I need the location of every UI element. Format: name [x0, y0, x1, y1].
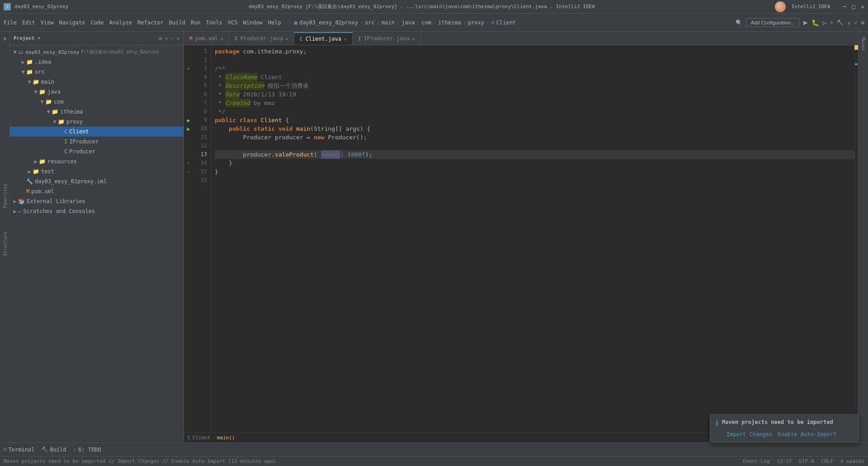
gutter-line-14: ▿	[184, 159, 193, 167]
minimize-button[interactable]: ─	[843, 3, 847, 10]
fold-icon-14[interactable]: ▿	[187, 161, 190, 166]
maven-tab[interactable]: Maven	[860, 33, 867, 54]
menu-code[interactable]: Code	[91, 19, 104, 26]
menu-analyze[interactable]: Analyze	[109, 19, 132, 26]
menu-file[interactable]: File	[4, 19, 17, 26]
close-button[interactable]: ✕	[861, 3, 864, 10]
tree-item-producer[interactable]: C Producer	[10, 147, 184, 157]
tree-label-producer: Producer	[69, 148, 95, 155]
menu-edit[interactable]: Edit	[22, 19, 35, 26]
indent-indicator[interactable]: 4 spaces	[840, 458, 864, 464]
tree-item-com[interactable]: ▼ 📁 com	[10, 97, 184, 107]
maximize-button[interactable]: □	[852, 3, 855, 10]
enable-auto-import-link[interactable]: Enable Auto-Import	[778, 431, 836, 437]
panel-scroll-icon[interactable]: ⌖	[165, 35, 168, 42]
run-button[interactable]: ▶	[803, 18, 808, 27]
tree-item-main[interactable]: ▼ 📁 main	[10, 77, 184, 87]
tree-item-src[interactable]: ▼ 📁 src	[10, 67, 184, 77]
event-log-button[interactable]: Event Log	[743, 458, 770, 464]
tab-close-client[interactable]: ✕	[344, 37, 347, 42]
gutter-line-13	[184, 150, 193, 159]
line-numbers: 1 2 3 4 5 6 7 8 9 10 11 12 13 14 15 16	[193, 45, 211, 433]
tab-pom-xml[interactable]: M pom.xml ✕	[184, 32, 229, 45]
tree-item-java[interactable]: ▼ 📁 java	[10, 87, 184, 97]
tab-iproducer-java[interactable]: I IProducer.java ✕	[353, 32, 421, 45]
tree-item-iproducer[interactable]: I IProducer	[10, 137, 184, 147]
tab-close-iproducer[interactable]: ✕	[412, 36, 415, 41]
tree-item-pom[interactable]: M pom.xml	[10, 186, 184, 196]
code-line-1: package com.itheima.proxy;	[215, 47, 854, 56]
notif-actions: Import Changes Enable Auto-Import	[716, 431, 853, 437]
tree-label-com: com	[54, 99, 64, 105]
tab-producer-java[interactable]: C Producer.java ✕	[229, 32, 294, 45]
import-changes-link[interactable]: Import Changes	[726, 431, 772, 437]
tree-label-proxy: proxy	[66, 119, 83, 125]
ln-14: 14	[193, 159, 207, 167]
panel-settings-icon[interactable]: ⚙	[159, 35, 162, 42]
menu-navigate[interactable]: Navigate	[59, 19, 85, 26]
tree-item-resources[interactable]: ▶ 📁 resources	[10, 157, 184, 166]
tree-item-root[interactable]: ▼ 🗂 day03_eesy_02proxy F:\项目集合\day03_ees…	[10, 47, 184, 57]
debug-button[interactable]: 🐛	[811, 19, 819, 26]
coverage-button[interactable]: ▷	[823, 19, 826, 26]
panel-collapse-icon[interactable]: –	[171, 35, 174, 42]
tree-item-external[interactable]: ▶ 📚 External Libraries	[10, 196, 184, 206]
ln-6: 6	[193, 90, 207, 99]
project-tree: ▼ 🗂 day03_eesy_02proxy F:\项目集合\day03_ees…	[10, 45, 184, 442]
menu-run[interactable]: Run	[191, 19, 201, 26]
menu-tools[interactable]: Tools	[206, 19, 222, 26]
add-configuration-button[interactable]: Add Configuration...	[746, 18, 800, 27]
tree-item-idea[interactable]: ▶ 📁 .idea	[10, 57, 184, 67]
tree-item-client[interactable]: C Client	[10, 127, 184, 137]
main-toolbar: File Edit View Navigate Code Analyze Ref…	[0, 14, 868, 32]
menu-build[interactable]: Build	[169, 19, 185, 26]
build-tool-button[interactable]: 🔨 Build	[42, 447, 66, 453]
tab-close-producer[interactable]: ✕	[286, 36, 288, 41]
vcs-commit-icon[interactable]: ✓	[854, 19, 858, 26]
settings-icon[interactable]: ⚙	[861, 19, 864, 26]
menu-vcs[interactable]: VCS	[228, 19, 238, 26]
line-col-indicator[interactable]: 13:37	[777, 458, 792, 464]
menu-view[interactable]: View	[41, 19, 54, 26]
fold-icon-3[interactable]: ▾	[187, 66, 190, 71]
fold-icon-15[interactable]: ▿	[187, 169, 190, 174]
tree-label-src: src	[35, 69, 45, 75]
gutter-line-7	[184, 99, 193, 107]
tree-item-proxy[interactable]: ▼ 📁 proxy	[10, 117, 184, 127]
tree-item-itheima[interactable]: ▼ 📁 itheima	[10, 107, 184, 117]
code-content[interactable]: package com.itheima.proxy; /** * ClassNa…	[211, 45, 854, 433]
favorites-label[interactable]: Favorites	[2, 181, 9, 211]
todo-button[interactable]: ✓ 6: TODO	[74, 447, 101, 453]
gutter-line-11	[184, 133, 193, 142]
structure-label[interactable]: Structure	[2, 229, 9, 259]
tab-close-pom[interactable]: ✕	[221, 36, 223, 41]
ln-9: 9	[193, 116, 207, 124]
menu-window[interactable]: Window	[243, 19, 262, 26]
code-line-10: public static void main(String[] args) {	[215, 124, 854, 133]
menu-help[interactable]: Help	[268, 19, 281, 26]
tree-item-test[interactable]: ▶ 📁 test	[10, 166, 184, 176]
terminal-button[interactable]: ⊡ Terminal	[4, 447, 34, 453]
tab-client-java[interactable]: C Client.java ✕	[294, 32, 353, 45]
profile-button[interactable]: ⚡	[830, 19, 833, 26]
toolbar-sep-1	[289, 18, 290, 27]
gutter-line-10: ▶	[184, 124, 193, 133]
search-everywhere-icon[interactable]: 🔍	[736, 19, 742, 26]
project-tool-button[interactable]: P	[1, 35, 9, 43]
line-sep-indicator[interactable]: CRLF	[821, 458, 834, 464]
run-gutter-9[interactable]: ▶	[187, 117, 190, 124]
tree-item-iml[interactable]: 🔧 day03_eesy_02proxy.iml	[10, 176, 184, 186]
vcs-update-icon[interactable]: ↓	[847, 19, 850, 26]
code-editor[interactable]: ▾ ▶ ▶ ▿	[184, 45, 858, 433]
ln-5: 5	[193, 81, 207, 90]
panel-close-icon[interactable]: ✕	[177, 35, 180, 42]
tree-item-scratches[interactable]: ▶ ✏ Scratches and Consoles	[10, 206, 184, 216]
tree-label-test: test	[41, 168, 54, 175]
menu-refactor[interactable]: Refactor	[137, 19, 164, 26]
bc-java: java	[401, 19, 415, 26]
gutter-line-15: ▿	[184, 167, 193, 176]
encoding-indicator[interactable]: UTF-8	[799, 458, 814, 464]
run-gutter-10[interactable]: ▶	[187, 126, 190, 132]
project-panel: Project ▾ ⚙ ⌖ – ✕ ▼ 🗂 day03_eesy_02proxy…	[10, 32, 184, 442]
build-button[interactable]: 🔨	[837, 19, 844, 26]
